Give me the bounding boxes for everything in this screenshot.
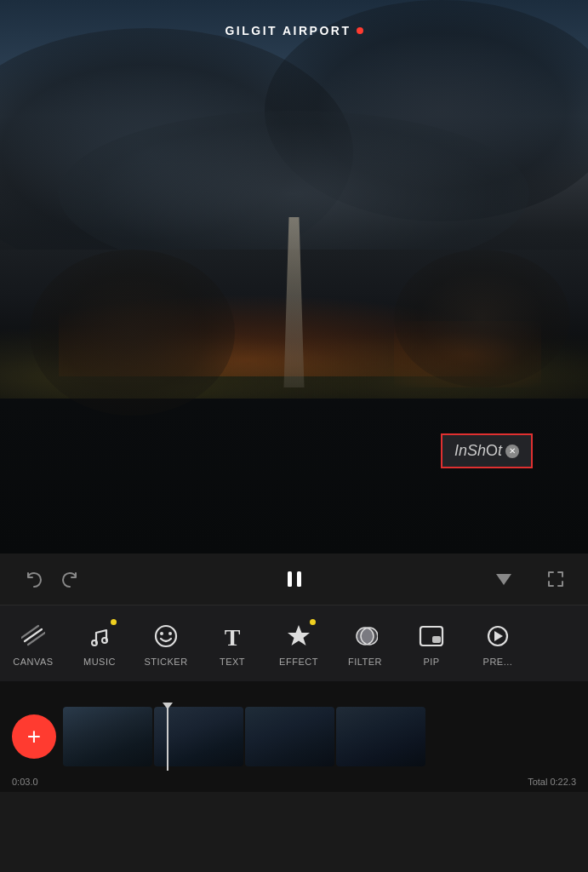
watermark-container[interactable]: InShOt ✕ (441, 433, 533, 468)
toolbar-music[interactable]: MUSIC (66, 605, 133, 682)
svg-marker-11 (288, 625, 310, 645)
undo-button[interactable] (17, 562, 51, 596)
speed-button[interactable] (496, 574, 511, 585)
undo-icon (25, 570, 43, 588)
canvas-icon (18, 621, 49, 651)
effect-label: EFFECT (279, 657, 318, 667)
effect-dot (310, 619, 316, 625)
clip-3[interactable] (245, 707, 334, 766)
text-label: TEXT (220, 657, 245, 667)
canvas-label: CANVAS (13, 657, 53, 667)
preset-label: PRE... (483, 657, 513, 667)
title-pin-icon (357, 27, 363, 34)
toolbar-preset[interactable]: PRE... (465, 605, 531, 682)
pause-button[interactable] (276, 560, 313, 598)
redo-button[interactable] (53, 562, 87, 596)
video-title: GILGIT AIRPORT (225, 24, 363, 37)
filter-icon (350, 621, 380, 651)
svg-point-9 (168, 632, 172, 635)
toolbar-pip[interactable]: PIP (398, 605, 465, 682)
smoke-right (394, 250, 570, 388)
effect-icon (283, 621, 314, 651)
toolbar-sticker[interactable]: STICKER (133, 605, 199, 682)
speed-triangle-icon (496, 574, 511, 585)
video-preview: GILGIT AIRPORT InShOt ✕ (0, 0, 588, 554)
sticker-label: STICKER (144, 657, 187, 667)
fullscreen-icon (545, 569, 566, 589)
timeline-track[interactable] (56, 703, 588, 771)
redo-icon (60, 570, 79, 588)
playhead[interactable] (167, 703, 168, 771)
total-time-label: Total 0:22.3 (528, 777, 576, 787)
timeline-clips (63, 707, 425, 766)
timeline-area: + 0:03.0 Total 0:22.3 (0, 681, 588, 792)
svg-point-7 (156, 626, 176, 646)
clip-4[interactable] (336, 707, 425, 766)
add-icon: + (27, 725, 41, 749)
watermark-close-icon: ✕ (509, 446, 516, 456)
toolbar-text[interactable]: T TEXT (199, 605, 265, 682)
watermark: InShOt ✕ (442, 435, 531, 467)
video-title-text: GILGIT AIRPORT (225, 24, 351, 37)
clip-1[interactable] (63, 707, 152, 766)
time-labels: 0:03.0 Total 0:22.3 (0, 777, 588, 787)
preset-icon (482, 621, 513, 651)
watermark-text: InShOt (454, 442, 502, 460)
video-background (0, 0, 588, 554)
pause-icon (283, 568, 305, 590)
text-icon: T (217, 621, 248, 651)
toolbar-effect[interactable]: EFFECT (265, 605, 332, 682)
toolbar-canvas[interactable]: CANVAS (0, 605, 66, 682)
add-clip-button[interactable]: + (12, 714, 56, 759)
pip-label: PIP (423, 657, 439, 667)
svg-rect-1 (297, 571, 301, 587)
playhead-triangle (163, 703, 173, 709)
fullscreen-button[interactable] (540, 564, 571, 594)
svg-point-5 (92, 640, 97, 645)
svg-point-8 (160, 632, 163, 635)
pip-icon (416, 621, 447, 651)
svg-line-3 (28, 633, 45, 645)
watermark-close-button[interactable]: ✕ (505, 445, 519, 458)
toolbar: CANVAS MUSIC STICKER T (0, 605, 588, 681)
svg-rect-0 (288, 571, 292, 587)
svg-rect-17 (432, 636, 441, 643)
svg-point-6 (102, 638, 107, 643)
music-dot (111, 619, 117, 625)
toolbar-filter[interactable]: FILTER (332, 605, 398, 682)
smoke-left (30, 250, 236, 416)
music-label: MUSIC (83, 657, 116, 667)
svg-line-2 (25, 629, 42, 641)
svg-text:T: T (225, 624, 241, 649)
svg-line-4 (21, 626, 38, 638)
music-icon (84, 621, 115, 651)
current-time-label: 0:03.0 (12, 777, 38, 787)
sticker-icon (151, 621, 181, 651)
controls-bar (0, 554, 588, 605)
filter-label: FILTER (348, 657, 382, 667)
